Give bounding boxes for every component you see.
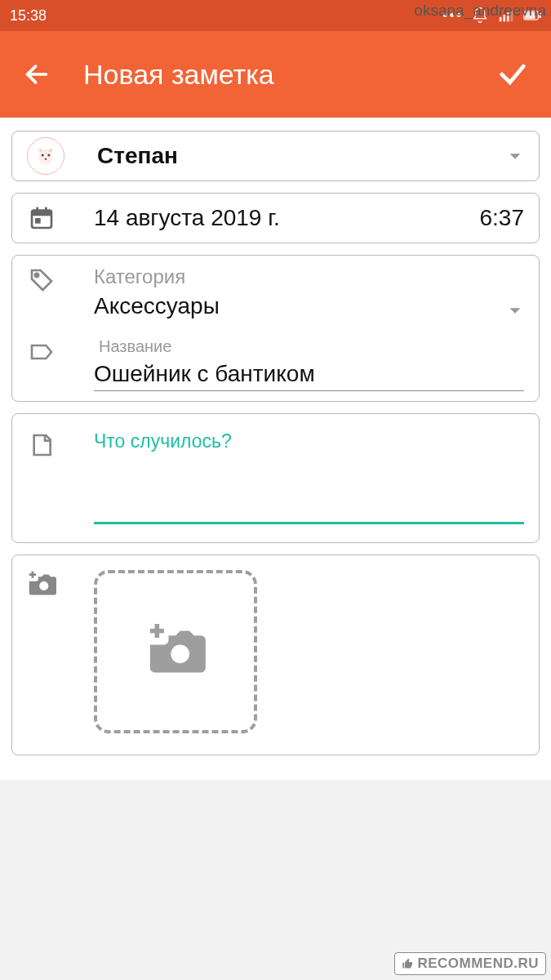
category-card: Категория Аксессуары Название Ошейник с … <box>11 255 540 402</box>
svg-point-18 <box>39 581 48 590</box>
time-value: 6:37 <box>480 205 525 231</box>
svg-point-19 <box>171 645 189 664</box>
site-watermark: RECOMMEND.RU <box>394 952 546 975</box>
svg-rect-16 <box>45 207 47 213</box>
page-title: Новая заметка <box>83 59 494 91</box>
chevron-down-icon <box>506 301 524 319</box>
label-icon <box>27 337 56 367</box>
svg-rect-13 <box>32 211 51 216</box>
photo-card <box>11 555 540 755</box>
note-underline <box>94 452 524 524</box>
camera-plus-icon <box>145 624 206 679</box>
category-label: Категория <box>94 265 506 288</box>
svg-point-17 <box>35 274 38 277</box>
note-input[interactable]: Что случилось? <box>94 430 524 524</box>
date-value: 14 августа 2019 г. <box>94 205 480 231</box>
content: Степан 14 августа 2019 г. 6:37 Категория… <box>0 118 551 780</box>
category-selector[interactable]: Категория Аксессуары <box>94 265 524 319</box>
datetime-selector[interactable]: 14 августа 2019 г. 6:37 <box>11 193 540 243</box>
chevron-down-icon <box>506 147 524 165</box>
note-card: Что случилось? <box>11 413 540 543</box>
arrow-left-icon <box>23 60 51 88</box>
pet-name: Степан <box>97 143 506 169</box>
svg-rect-14 <box>35 218 41 224</box>
name-input[interactable]: Ошейник с бантиком <box>94 361 524 391</box>
user-watermark: oksana_andreevna <box>414 2 546 20</box>
svg-point-10 <box>47 154 50 157</box>
svg-point-9 <box>42 154 44 157</box>
name-value: Ошейник с бантиком <box>94 361 524 387</box>
check-icon <box>496 58 529 91</box>
watermark-text: RECOMMEND.RU <box>417 956 539 972</box>
calendar-icon <box>27 203 56 233</box>
confirm-button[interactable] <box>494 56 531 93</box>
svg-rect-15 <box>36 207 38 213</box>
note-icon <box>27 430 56 460</box>
thumbs-up-icon <box>402 958 414 970</box>
svg-point-11 <box>45 158 47 160</box>
tag-icon <box>27 265 56 295</box>
back-button[interactable] <box>20 57 54 91</box>
add-photo-slot[interactable] <box>94 570 257 733</box>
pet-selector[interactable]: Степан <box>11 131 540 181</box>
add-photo-icon <box>27 570 56 599</box>
note-placeholder: Что случилось? <box>94 430 524 452</box>
pet-avatar <box>27 137 64 175</box>
appbar: Новая заметка <box>0 31 551 118</box>
statusbar: 15:38 ••• oksana_andreevna <box>0 0 551 31</box>
name-label: Название <box>99 337 524 356</box>
clock: 15:38 <box>10 7 442 24</box>
category-value: Аксессуары <box>94 293 506 319</box>
